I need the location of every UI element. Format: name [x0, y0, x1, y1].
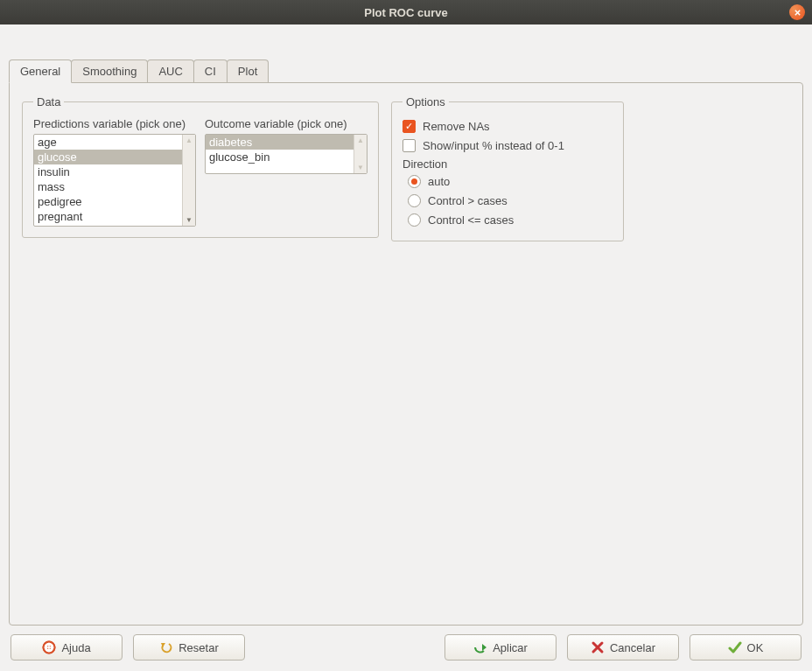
tab-general[interactable]: General: [9, 59, 72, 83]
apply-icon: [473, 640, 487, 654]
close-icon: [794, 9, 802, 17]
tab-auc[interactable]: AUC: [147, 59, 193, 82]
show-pct-checkbox[interactable]: Show/input % instead of 0-1: [402, 136, 612, 154]
reset-button[interactable]: Resetar: [133, 634, 245, 661]
tab-label: AUC: [158, 65, 182, 78]
button-label: Aplicar: [493, 641, 528, 654]
apply-button[interactable]: Aplicar: [444, 634, 556, 661]
cancel-icon: [591, 640, 605, 654]
radio-label: Control > cases: [428, 194, 508, 207]
svg-rect-5: [43, 647, 55, 648]
checkbox-icon: [402, 139, 416, 152]
tab-smoothing[interactable]: Smoothing: [71, 59, 148, 82]
radio-label: auto: [428, 175, 450, 188]
scroll-up-icon[interactable]: ▲: [184, 135, 195, 146]
outcome-listbox[interactable]: diabetes glucose_bin ▲ ▼: [205, 134, 368, 174]
scrollbar[interactable]: ▲ ▼: [182, 135, 195, 226]
direction-auto-radio[interactable]: auto: [408, 172, 612, 190]
close-button[interactable]: [789, 4, 805, 20]
remove-nas-checkbox[interactable]: ✓ Remove NAs: [402, 117, 612, 135]
button-label: Resetar: [178, 641, 219, 654]
list-item[interactable]: insulin: [34, 164, 182, 179]
data-legend: Data: [33, 95, 64, 108]
options-legend: Options: [402, 95, 449, 108]
titlebar: Plot ROC curve: [0, 0, 812, 24]
direction-control-lte-radio[interactable]: Control <= cases: [408, 211, 612, 228]
svg-marker-8: [482, 644, 486, 651]
ok-button[interactable]: OK: [690, 634, 802, 661]
check-icon: [728, 640, 742, 654]
tab-label: General: [20, 65, 60, 78]
scrollbar[interactable]: ▲ ▼: [354, 135, 367, 173]
help-icon: [42, 640, 56, 654]
predictions-label: Predictions variable (pick one): [33, 117, 196, 130]
list-item[interactable]: pedigree: [34, 194, 182, 209]
outcome-label: Outcome variable (pick one): [205, 117, 368, 130]
checkbox-icon: ✓: [402, 120, 416, 133]
button-label: Cancelar: [610, 641, 655, 654]
direction-radio-group: auto Control > cases Control <= cases: [402, 172, 612, 228]
radio-icon: [408, 194, 421, 207]
cancel-button[interactable]: Cancelar: [567, 634, 679, 661]
list-item[interactable]: pregnant: [34, 209, 182, 224]
radio-icon: [408, 213, 421, 227]
list-item[interactable]: glucose: [34, 150, 182, 164]
direction-heading: Direction: [402, 157, 612, 171]
tab-panel-general: Data Predictions variable (pick one) age…: [9, 82, 803, 626]
tab-label: Smoothing: [82, 65, 136, 78]
list-item[interactable]: mass: [34, 179, 182, 194]
spacer: [256, 634, 434, 661]
scroll-down-icon[interactable]: ▼: [184, 214, 195, 226]
list-item[interactable]: age: [34, 135, 182, 150]
data-fieldset: Data Predictions variable (pick one) age…: [22, 95, 379, 238]
options-fieldset: Options ✓ Remove NAs Show/input % instea…: [391, 95, 624, 241]
tab-label: CI: [205, 65, 216, 78]
tab-label: Plot: [238, 65, 257, 78]
tabstrip: General Smoothing AUC CI Plot: [9, 33, 803, 82]
undo-icon: [159, 640, 173, 654]
tab-ci[interactable]: CI: [193, 59, 228, 82]
tab-plot[interactable]: Plot: [227, 59, 269, 82]
button-bar: Ajuda Resetar Aplicar Cancelar: [9, 626, 803, 662]
window-title: Plot ROC curve: [364, 6, 447, 19]
radio-label: Control <= cases: [428, 213, 514, 227]
list-item[interactable]: glucose_bin: [206, 150, 354, 164]
predictions-listbox[interactable]: age glucose insulin mass pedigree pregna…: [33, 134, 196, 227]
scroll-up-icon[interactable]: ▲: [355, 135, 367, 146]
checkbox-label: Remove NAs: [423, 120, 490, 133]
checkbox-label: Show/input % instead of 0-1: [423, 139, 564, 152]
button-label: OK: [747, 641, 764, 654]
list-item[interactable]: diabetes: [206, 135, 354, 150]
help-button[interactable]: Ajuda: [10, 634, 122, 661]
direction-control-gt-radio[interactable]: Control > cases: [408, 192, 612, 209]
scroll-down-icon[interactable]: ▼: [355, 162, 367, 173]
button-label: Ajuda: [61, 641, 90, 654]
radio-icon: [408, 175, 421, 188]
